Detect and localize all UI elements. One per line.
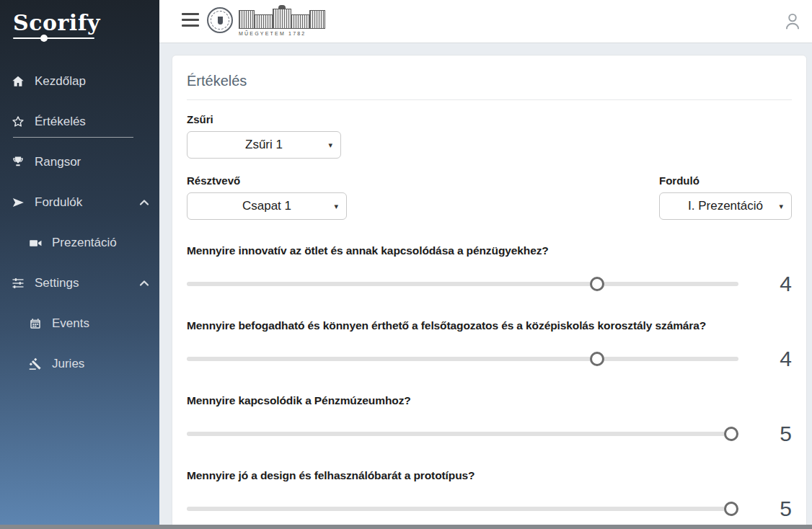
score-value: 4: [770, 273, 792, 295]
dropdown-arrow-icon: [779, 202, 783, 211]
chevron-up-icon: [139, 280, 149, 287]
sidebar-item-label: Kezdőlap: [35, 74, 86, 89]
sidebar-divider: [13, 137, 133, 138]
slider-thumb[interactable]: [724, 427, 738, 441]
score-slider[interactable]: [187, 350, 738, 368]
trophy-icon: [10, 154, 26, 170]
chevron-up-icon: [139, 199, 149, 206]
sidebar-item-fordulok[interactable]: Fordulók: [0, 182, 159, 223]
evaluation-card: Értékelés Zsűri Zsűri 1 Résztvevő Csapat…: [172, 55, 807, 529]
sidebar-item-ertekeles[interactable]: Értékelés: [0, 102, 159, 142]
question-block-4: Mennyire jó a design és felhasználóbarát…: [187, 469, 792, 520]
calendar-icon: [27, 316, 43, 332]
slider-track[interactable]: [187, 357, 738, 361]
participant-field-group: Résztvevő Csapat 1: [187, 174, 347, 220]
sidebar: Scorify Kezdőlap Értékelés Rangsor Fordu…: [0, 0, 159, 529]
sidebar-item-label: Fordulók: [35, 195, 82, 210]
slider-track[interactable]: [187, 432, 738, 436]
slider-thumb[interactable]: [724, 502, 738, 516]
university-logo: MŰEGYETEM 1782: [207, 6, 325, 36]
user-account-icon[interactable]: [783, 12, 802, 32]
app-logo[interactable]: Scorify: [0, 0, 159, 61]
sidebar-item-label: Events: [52, 316, 89, 331]
round-field-group: Forduló I. Prezentáció: [659, 174, 792, 220]
score-value: 5: [770, 498, 792, 520]
sidebar-item-label: Rangsor: [35, 155, 81, 169]
university-seal-icon: [207, 7, 233, 33]
question-text: Mennyire jó a design és felhasználóbarát…: [187, 469, 792, 482]
slider-thumb[interactable]: [590, 352, 604, 366]
participant-label: Résztvevő: [187, 174, 347, 187]
round-select[interactable]: I. Prezentáció: [659, 192, 792, 220]
horizontal-scrollbar[interactable]: [0, 525, 812, 529]
main-content: Értékelés Zsűri Zsűri 1 Résztvevő Csapat…: [159, 44, 812, 529]
score-slider[interactable]: [187, 275, 738, 293]
jury-label: Zsűri: [187, 113, 792, 125]
videocam-icon: [27, 235, 43, 251]
question-text: Mennyire innovatív az ötlet és annak kap…: [187, 244, 792, 257]
university-building-icon: [239, 6, 325, 29]
tune-icon: [10, 275, 26, 291]
university-logo-caption: MŰEGYETEM 1782: [239, 31, 325, 36]
jury-select-value: Zsűri 1: [245, 138, 283, 152]
slider-track[interactable]: [187, 507, 738, 511]
jury-select[interactable]: Zsűri 1: [187, 131, 341, 159]
slider-thumb[interactable]: [590, 277, 604, 291]
question-block-3: Mennyire kapcsolódik a Pénzmúzeumhoz? 5: [187, 394, 792, 445]
page-title: Értékelés: [187, 73, 792, 89]
participant-select-value: Csapat 1: [242, 199, 291, 213]
sidebar-item-label: Prezentáció: [52, 236, 117, 250]
sidebar-item-label: Értékelés: [35, 115, 86, 129]
score-slider[interactable]: [187, 499, 738, 518]
question-text: Mennyire befogadható és könnyen érthető …: [187, 319, 792, 332]
score-slider[interactable]: [187, 424, 738, 443]
star-icon: [10, 114, 26, 130]
hamburger-menu-icon[interactable]: [182, 13, 199, 29]
participant-select[interactable]: Csapat 1: [187, 192, 347, 220]
sidebar-item-label: Settings: [35, 276, 79, 290]
title-divider: [187, 99, 792, 100]
question-block-1: Mennyire innovatív az ötlet és annak kap…: [187, 244, 792, 295]
question-text: Mennyire kapcsolódik a Pénzmúzeumhoz?: [187, 394, 792, 407]
dropdown-arrow-icon: [328, 141, 332, 150]
sidebar-item-juries[interactable]: Juries: [0, 344, 159, 384]
gavel-icon: [27, 356, 43, 372]
home-icon: [10, 74, 26, 89]
sidebar-item-settings[interactable]: Settings: [0, 263, 159, 303]
score-value: 4: [770, 348, 792, 370]
slider-track[interactable]: [187, 282, 738, 286]
top-header: MŰEGYETEM 1782: [159, 0, 812, 43]
app-logo-text: Scorify: [13, 10, 100, 35]
logo-slider-decoration: [13, 37, 94, 39]
sidebar-item-label: Juries: [52, 357, 84, 371]
sidebar-item-events[interactable]: Events: [0, 303, 159, 344]
sidebar-item-rangsor[interactable]: Rangsor: [0, 142, 159, 182]
sidebar-item-kezdolap[interactable]: Kezdőlap: [0, 61, 159, 102]
score-value: 5: [770, 423, 792, 445]
round-label: Forduló: [659, 174, 792, 187]
logo-slider-dot-icon: [40, 35, 48, 42]
send-icon: [10, 195, 26, 210]
round-select-value: I. Prezentáció: [688, 199, 763, 213]
jury-field-group: Zsűri Zsűri 1: [187, 113, 792, 159]
dropdown-arrow-icon: [334, 202, 338, 211]
sidebar-item-prezentacio[interactable]: Prezentáció: [0, 223, 159, 263]
question-block-2: Mennyire befogadható és könnyen érthető …: [187, 319, 792, 370]
